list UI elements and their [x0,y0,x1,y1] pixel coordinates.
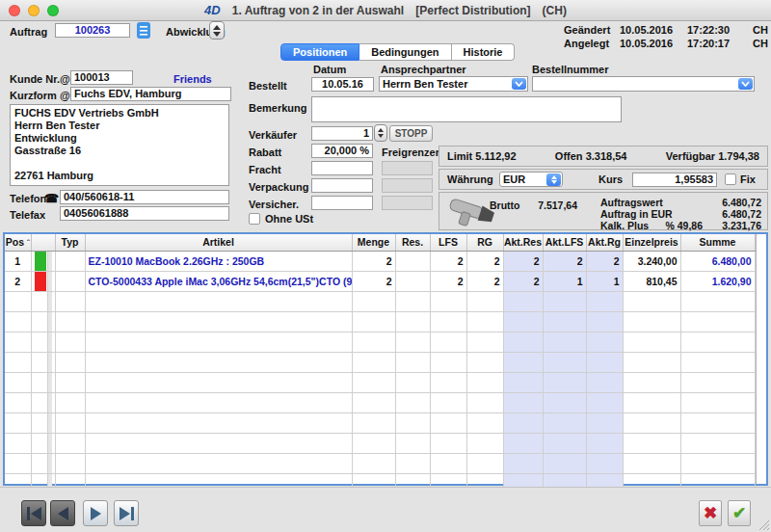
bestellnummer-combo[interactable] [532,76,755,92]
column-header-Res.[interactable]: Res. [395,234,430,251]
kunde-nr-field[interactable]: 100013 [70,70,133,85]
first-record-button[interactable] [21,500,46,526]
column-header-LFS[interactable]: LFS [430,234,466,251]
cell-akt_lfs [543,453,586,473]
resize-grip[interactable] [758,519,769,530]
cell-akt_res: 2 [503,251,543,271]
chevron-down-icon[interactable] [512,78,526,90]
cell-res [395,453,430,473]
chevron-down-icon[interactable] [738,78,753,90]
cell-akt_rg [586,311,623,332]
cell-swatch [31,433,55,453]
angelegt-label: Angelegt [564,38,620,49]
cell-akt_lfs [543,311,586,332]
cell-swatch [31,271,55,291]
cell-summe [680,352,755,372]
column-header-Pos[interactable]: Pos ˆ [5,234,31,251]
zoom-window-button[interactable] [47,5,59,16]
customer-group-label: Friends [173,73,212,85]
abwicklung-stepper[interactable] [209,21,225,40]
cell-res [395,271,430,291]
column-header-RG[interactable]: RG [466,234,503,251]
cell-akt_res [503,291,543,311]
address-textarea[interactable]: FUCHS EDV Vertriebs GmbH Herrn Ben Teste… [10,104,229,186]
minimize-window-button[interactable] [28,5,40,16]
stopp-button[interactable]: STOPP [389,125,433,142]
column-header-Akt.Res[interactable]: Akt.Res [503,234,543,251]
ohne-ust-checkbox[interactable] [249,213,260,225]
ansprechpartner-column-label: Ansprechpartner [381,64,466,75]
ansprechpartner-combo[interactable]: Herrn Ben Tester [379,76,528,92]
tab-historie[interactable]: Historie [452,43,516,61]
table-row[interactable]: 1EZ-10010 MacBook 2.26GHz : 250GB2222223… [5,251,755,271]
cell-akt_res [503,372,543,392]
close-window-button[interactable] [9,5,20,16]
telefax-field[interactable]: 04056061888 [60,206,229,221]
rabatt-field[interactable]: 20,000 % [311,144,373,158]
cancel-button[interactable]: ✖ [699,500,722,526]
column-header-Akt.Rg[interactable]: Akt.Rg [586,234,623,251]
cell-einzelpreis: 810,45 [623,271,680,291]
brutto-value: 7.517,64 [521,200,577,211]
column-header-Menge[interactable]: Menge [352,234,395,251]
phone-icon[interactable]: ☎ [44,192,59,205]
order-list-icon[interactable] [136,21,151,40]
kunde-nr-label: Kunde Nr. [10,73,60,85]
verkaeufer-stepper[interactable] [374,124,387,142]
kurs-field[interactable]: 1,95583 [632,173,717,187]
cell-menge [352,311,395,332]
verpackung-field[interactable] [311,178,373,193]
column-header-Akt.LFS[interactable]: Akt.LFS [543,234,586,251]
cell-res [395,291,430,311]
bemerkung-textarea[interactable] [311,96,622,122]
last-record-button[interactable] [114,500,139,526]
table-row[interactable]: 2CTO-5000433 Apple iMac 3,06GHz 54,6cm(2… [5,271,755,291]
kurzform-field[interactable]: Fuchs EDV, Hamburg [70,87,231,101]
column-header-Summe[interactable]: Summe [680,234,755,251]
telefon-field[interactable]: 040/560618-11 [60,190,229,204]
auftrag-number-field[interactable]: 100263 [55,23,130,38]
cell-res [395,372,430,392]
column-header-Typ[interactable]: Typ [55,234,85,251]
bestellt-datum-field[interactable]: 10.05.16 [311,77,374,92]
cell-summe [680,332,755,352]
cell-menge [352,291,395,311]
cell-lfs: 2 [430,271,466,291]
cell-res [395,433,430,453]
tab-positionen[interactable]: Positionen [280,43,359,61]
verkaeufer-field[interactable]: 1 [311,126,373,141]
confirm-button[interactable]: ✔ [728,500,751,526]
fix-checkbox[interactable] [725,173,736,185]
table-row-empty [5,392,755,412]
cell-akt_res [503,352,543,372]
positions-table: Pos ˆTypArtikelMengeRes.LFSRGAkt.ResAkt.… [3,232,768,486]
table-scrollbar[interactable] [756,234,765,484]
cell-einzelpreis [623,433,680,453]
waehrung-popup[interactable]: EUR [499,172,563,187]
geaendert-time: 17:22:30 [687,24,743,36]
versicher-field[interactable] [311,196,373,210]
column-header-Artikel[interactable]: Artikel [85,234,352,251]
cell-akt_rg [586,412,623,433]
cell-swatch [31,372,55,392]
cell-rg [466,372,503,392]
next-record-button[interactable] [83,500,108,526]
cell-artikel [85,291,352,311]
tab-bar: PositionenBedingungenHistorie [280,43,515,61]
cell-akt_rg [586,291,623,311]
tab-bedingungen[interactable]: Bedingungen [359,43,451,61]
column-header-Einzelpreis[interactable]: Einzelpreis [623,234,680,251]
kunde-at-button[interactable]: @ [60,73,70,85]
fracht-field[interactable] [311,161,373,175]
column-header-color[interactable] [31,234,55,251]
kurzform-at-button[interactable]: @ [60,90,70,101]
versicher-label: Versicher. [249,199,299,210]
status-color-swatch [35,272,46,291]
cell-akt_rg [586,332,623,352]
confirm-check-icon: ✔ [732,503,746,523]
cell-summe [680,392,755,412]
cell-typ [55,352,85,372]
footer-bar: ✖ ✔ [0,487,771,532]
previous-record-button[interactable] [50,500,75,526]
chevron-up-down-icon[interactable] [546,173,561,186]
